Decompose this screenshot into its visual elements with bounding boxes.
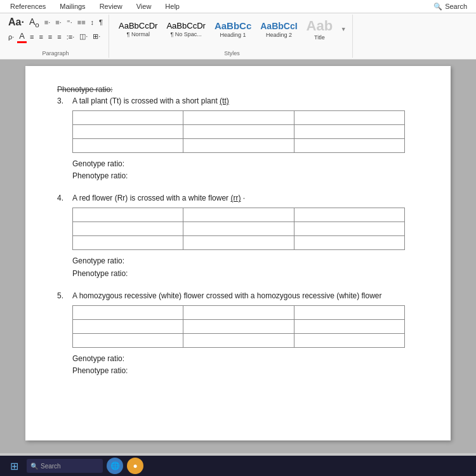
table-cell: [73, 236, 183, 250]
font-aa-button[interactable]: Aa·: [6, 16, 26, 29]
font-ao-button[interactable]: Ao: [27, 16, 41, 29]
style-heading1[interactable]: AaBbCc Heading 1: [213, 20, 253, 39]
q3-phenotype: Phenotype ratio:: [72, 170, 419, 182]
question-5-number: 5.: [57, 291, 70, 300]
question-3: 3. A tall plant (Tt) is crossed with a s…: [57, 96, 419, 182]
table-cell: [294, 125, 404, 139]
taskbar: ⊞ 🔍 Search 🌐 ●: [0, 456, 476, 476]
style-h2-preview: AaBbCcI: [260, 21, 297, 32]
style-h2-label: Heading 2: [266, 32, 292, 38]
align-left-btn[interactable]: ≡: [28, 32, 36, 41]
align-full-btn[interactable]: ≡: [55, 32, 63, 41]
q5-phenotype: Phenotype ratio:: [72, 365, 419, 377]
table-cell: [294, 222, 404, 236]
question-4: 4. A red flower (Rr) is crossed with a w…: [57, 194, 419, 279]
table-row: [73, 208, 405, 222]
table-cell: [183, 333, 294, 347]
ribbon-search[interactable]: 🔍 Search: [428, 0, 472, 13]
style-normal[interactable]: AaBbCcDr ¶ Normal: [117, 20, 159, 38]
question-5-text: 5. A homozygous recessive (white) flower…: [57, 291, 419, 300]
question-4-body: A red flower (Rr) is crossed with a whit…: [72, 194, 245, 202]
style-nospace[interactable]: AaBbCcDr ¶ No Spac...: [164, 20, 207, 38]
styles-expand-btn[interactable]: ▼: [340, 26, 347, 32]
font-color-btn[interactable]: A: [17, 30, 27, 43]
table-row: [73, 319, 405, 333]
table-row: [73, 111, 405, 125]
pilcrow-btn[interactable]: ¶: [97, 18, 105, 27]
sort-btn[interactable]: ↕: [89, 18, 96, 27]
q3-ratios: Genotype ratio: Phenotype ratio:: [72, 158, 419, 182]
shading-btn[interactable]: ◫·: [77, 32, 89, 41]
style-title-label: Title: [314, 34, 325, 41]
align-right-btn[interactable]: ≡: [46, 32, 54, 41]
style-title-preview: Aab: [307, 18, 333, 34]
question-4-number: 4.: [57, 194, 70, 202]
question-4-text: 4. A red flower (Rr) is crossed with a w…: [57, 194, 419, 202]
list-outdent-btn[interactable]: ≡·: [53, 18, 63, 27]
taskbar-app2-btn[interactable]: ●: [127, 458, 143, 474]
table-cell: [73, 125, 183, 139]
table-cell: [294, 208, 404, 222]
taskbar-search[interactable]: 🔍 Search: [27, 459, 103, 473]
table-cell: [183, 236, 294, 250]
ribbon-tab-bar: References Mailings Review View Help 🔍 S…: [0, 0, 476, 13]
table-cell: [73, 222, 183, 236]
question-5-body: A homozygous recessive (white) flower cr…: [72, 291, 382, 300]
q5-ratios: Genotype ratio: Phenotype ratio:: [72, 353, 419, 377]
table-cell: [183, 111, 294, 125]
font-row1: Aa· Ao ≡· ≡· ⁼· ≡≡ ↕ ¶: [6, 16, 105, 29]
table-cell: [294, 139, 404, 153]
border-btn[interactable]: ⊞·: [91, 32, 102, 41]
taskbar-app1-btn[interactable]: 🌐: [107, 458, 123, 474]
style-normal-preview: AaBbCcDr: [119, 21, 157, 31]
style-h1-preview: AaBbCc: [215, 20, 251, 32]
tab-mailings[interactable]: Mailings: [53, 0, 91, 13]
table-cell: [183, 208, 294, 222]
punnett-table-3: [72, 110, 405, 153]
table-cell: [73, 139, 183, 153]
q3-underline: (tt): [220, 96, 229, 105]
question-3-body: A tall plant (Tt) is crossed with a shor…: [72, 96, 229, 105]
table-cell: [183, 139, 294, 153]
style-title[interactable]: Aab Title: [305, 17, 335, 41]
tab-view[interactable]: View: [130, 0, 158, 13]
taskbar-search-icon: 🔍: [30, 463, 38, 470]
table-row: [73, 305, 405, 319]
linespace-btn[interactable]: :≡·: [65, 32, 77, 41]
table-cell: [294, 333, 404, 347]
list-indent-btn[interactable]: ≡·: [43, 18, 52, 27]
align-justify-btn[interactable]: ≡: [37, 32, 44, 41]
tab-help[interactable]: Help: [159, 0, 186, 13]
table-row: [73, 236, 405, 250]
table-cell: [73, 111, 183, 125]
align-center-btn[interactable]: ≡≡: [76, 18, 88, 27]
style-normal-label: ¶ Normal: [127, 31, 150, 37]
style-nospace-label: ¶ No Spac...: [170, 31, 201, 37]
taskbar-search-placeholder: Search: [41, 463, 61, 470]
document-page: Phenotype ratio: 3. A tall plant (Tt) is…: [25, 66, 451, 440]
q4-underline: (rr): [230, 194, 241, 202]
font-row2: ρ· A ≡ ≡ ≡ ≡ :≡· ◫· ⊞·: [6, 30, 102, 43]
table-cell: [183, 222, 294, 236]
ribbon-body: Aa· Ao ≡· ≡· ⁼· ≡≡ ↕ ¶ ρ· A ≡ ≡ ≡ ≡ :≡· …: [0, 13, 476, 59]
table-cell: [294, 236, 404, 250]
style-heading2[interactable]: AaBbCcI Heading 2: [258, 20, 299, 39]
tab-references[interactable]: References: [4, 0, 52, 13]
table-row: [73, 139, 405, 153]
table-cell: [294, 111, 404, 125]
list-level-btn[interactable]: ⁼·: [65, 18, 74, 27]
font-group: Aa· Ao ≡· ≡· ⁼· ≡≡ ↕ ¶ ρ· A ≡ ≡ ≡ ≡ :≡· …: [3, 15, 109, 58]
windows-start-btn[interactable]: ⊞: [5, 458, 23, 473]
styles-group: AaBbCcDr ¶ Normal AaBbCcDr ¶ No Spac... …: [112, 15, 353, 58]
table-row: [73, 222, 405, 236]
styles-row: AaBbCcDr ¶ Normal AaBbCcDr ¶ No Spac... …: [117, 16, 347, 43]
tab-review[interactable]: Review: [93, 0, 129, 13]
q4-phenotype: Phenotype ratio:: [72, 268, 419, 280]
pen-btn[interactable]: ρ·: [6, 32, 16, 41]
search-icon: 🔍: [433, 3, 442, 11]
q4-ratios: Genotype ratio: Phenotype ratio:: [72, 255, 419, 279]
document-area: Phenotype ratio: 3. A tall plant (Tt) is…: [0, 60, 476, 453]
styles-group-label: Styles: [117, 50, 347, 56]
table-cell: [183, 305, 294, 319]
table-row: [73, 333, 405, 347]
